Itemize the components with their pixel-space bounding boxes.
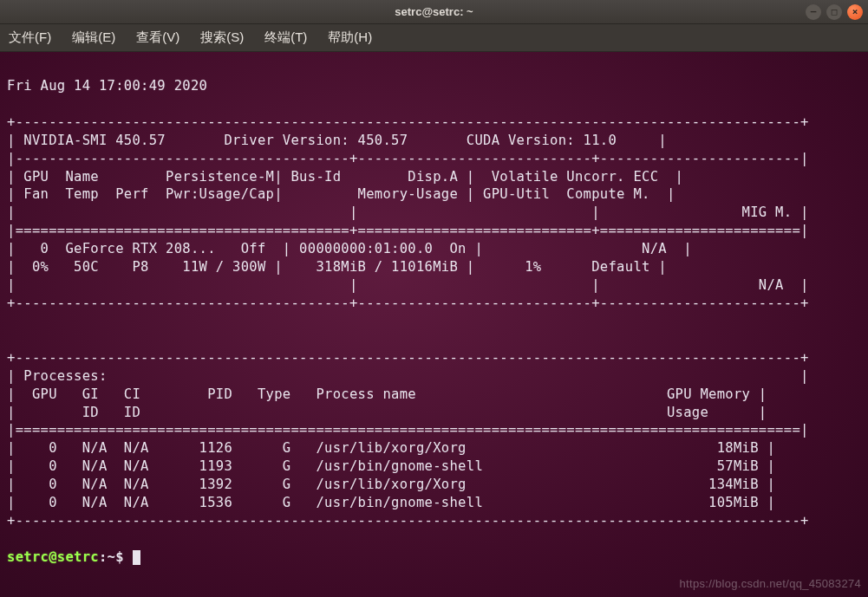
watermark: https://blog.csdn.net/qq_45083274 (680, 576, 861, 592)
title-bar: setrc@setrc: ~ – □ × (0, 0, 868, 24)
window-controls: – □ × (806, 4, 863, 20)
process-table: +---------------------------------------… (7, 350, 809, 529)
timestamp-line: Fri Aug 14 17:00:49 2020 (7, 78, 207, 94)
minimize-button[interactable]: – (806, 4, 821, 20)
menu-bar: 文件(F) 编辑(E) 查看(V) 搜索(S) 终端(T) 帮助(H) (0, 24, 868, 52)
menu-edit[interactable]: 编辑(E) (72, 29, 115, 46)
menu-help[interactable]: 帮助(H) (328, 29, 372, 46)
cursor (133, 550, 140, 565)
menu-terminal[interactable]: 终端(T) (264, 29, 307, 46)
close-button[interactable]: × (847, 4, 863, 20)
maximize-button[interactable]: □ (826, 4, 842, 20)
prompt-user: setrc@setrc (7, 549, 99, 565)
terminal-body[interactable]: Fri Aug 14 17:00:49 2020 +--------------… (0, 52, 868, 597)
window-title: setrc@setrc: ~ (395, 5, 473, 18)
menu-file[interactable]: 文件(F) (9, 29, 51, 46)
menu-search[interactable]: 搜索(S) (200, 29, 244, 46)
prompt-line: setrc@setrc:~$ (7, 549, 140, 565)
nvidia-smi-output: +---------------------------------------… (7, 114, 809, 329)
menu-view[interactable]: 查看(V) (136, 29, 179, 46)
prompt-path: ~ (108, 549, 116, 565)
